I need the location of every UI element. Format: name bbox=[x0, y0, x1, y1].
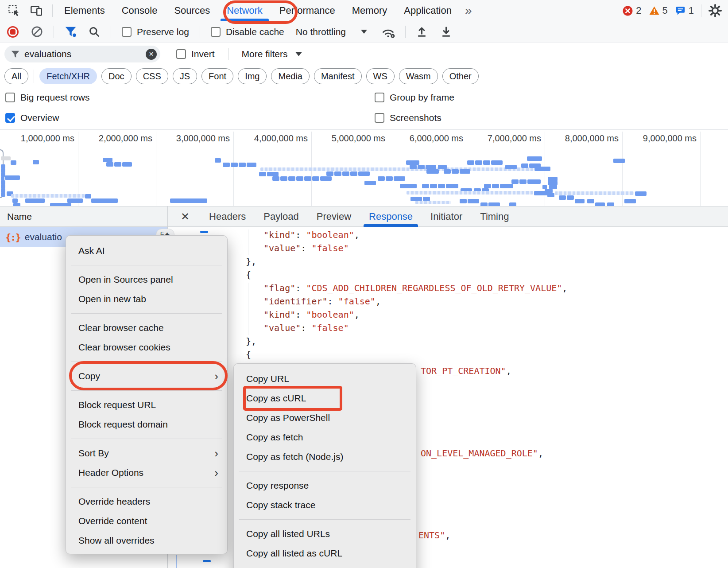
menu-separator bbox=[71, 313, 222, 314]
menu-item-copy-all-listed-as-powershell[interactable]: Copy all listed as PowerShell bbox=[234, 563, 416, 568]
response-code-fragment: ENTS", bbox=[418, 529, 450, 542]
response-code-fragment: ON_LEVEL_MANAGED_ROLE", bbox=[421, 447, 543, 460]
menu-item-copy-all-listed-as-curl[interactable]: Copy all listed as cURL bbox=[234, 544, 416, 563]
menu-separator bbox=[71, 439, 222, 439]
menu-separator bbox=[71, 362, 222, 362]
menu-separator bbox=[239, 471, 410, 471]
menu-item-copy[interactable]: Copy› bbox=[66, 366, 227, 386]
menu-item-copy-stack-trace[interactable]: Copy stack trace bbox=[234, 495, 416, 515]
menu-item-copy-as-fetch-node-js[interactable]: Copy as fetch (Node.js) bbox=[234, 447, 416, 467]
menu-item-header-options[interactable]: Header Options› bbox=[66, 463, 227, 482]
response-code-line: }, bbox=[246, 335, 256, 348]
menu-item-override-headers[interactable]: Override headers bbox=[66, 492, 227, 511]
menu-item-block-request-url[interactable]: Block request URL bbox=[66, 395, 227, 415]
submenu-arrow-icon: › bbox=[214, 370, 218, 382]
menu-item-copy-as-powershell[interactable]: Copy as PowerShell bbox=[234, 408, 416, 428]
menu-separator bbox=[71, 265, 222, 265]
menu-item-copy-as-fetch[interactable]: Copy as fetch bbox=[234, 428, 416, 447]
menu-item-copy-response[interactable]: Copy response bbox=[234, 476, 416, 495]
menu-separator bbox=[239, 519, 410, 520]
copy-submenu: Copy URLCopy as cURLCopy as PowerShellCo… bbox=[233, 363, 416, 568]
code-fold-marker[interactable] bbox=[200, 231, 208, 233]
response-code-line: { bbox=[246, 348, 251, 361]
menu-item-override-content[interactable]: Override content bbox=[66, 511, 227, 531]
menu-item-sort-by[interactable]: Sort By› bbox=[66, 444, 227, 463]
menu-item-clear-browser-cookies[interactable]: Clear browser cookies bbox=[66, 338, 227, 357]
submenu-arrow-icon: › bbox=[214, 447, 218, 459]
response-code-line: "identifier": "false", bbox=[263, 295, 381, 308]
code-fold-marker[interactable] bbox=[203, 560, 211, 562]
menu-item-block-request-domain[interactable]: Block request domain bbox=[66, 415, 227, 434]
menu-item-open-in-new-tab[interactable]: Open in new tab bbox=[66, 289, 227, 309]
menu-item-copy-all-listed-urls[interactable]: Copy all listed URLs bbox=[234, 524, 416, 544]
response-code-line: "flag": "CDS_ADD_CHILDREN_REGARDLESS_OF_… bbox=[263, 281, 567, 295]
menu-separator bbox=[71, 487, 222, 487]
response-code-line: "kind": "boolean", bbox=[263, 228, 360, 241]
menu-item-copy-as-curl[interactable]: Copy as cURL bbox=[234, 389, 416, 408]
menu-separator bbox=[71, 390, 222, 391]
menu-item-clear-browser-cache[interactable]: Clear browser cache bbox=[66, 318, 227, 338]
submenu-arrow-icon: › bbox=[214, 467, 218, 479]
menu-item-ask-ai[interactable]: Ask AI bbox=[66, 241, 227, 261]
request-context-menu: Ask AIOpen in Sources panelOpen in new t… bbox=[66, 235, 228, 554]
response-code-line: "kind": "boolean", bbox=[263, 308, 360, 321]
response-code-line: { bbox=[246, 268, 251, 281]
response-code-line: "value": "false" bbox=[263, 321, 349, 335]
response-code-line: "value": "false" bbox=[263, 241, 349, 255]
response-code-line: }, bbox=[246, 255, 256, 268]
menu-item-copy-url[interactable]: Copy URL bbox=[234, 369, 416, 389]
menu-item-show-all-overrides[interactable]: Show all overrides bbox=[66, 531, 227, 550]
response-code-fragment: TOR_PT_CREATION", bbox=[421, 364, 511, 377]
menu-item-open-in-sources-panel[interactable]: Open in Sources panel bbox=[66, 270, 227, 289]
gutter-cursor-line bbox=[176, 555, 177, 568]
